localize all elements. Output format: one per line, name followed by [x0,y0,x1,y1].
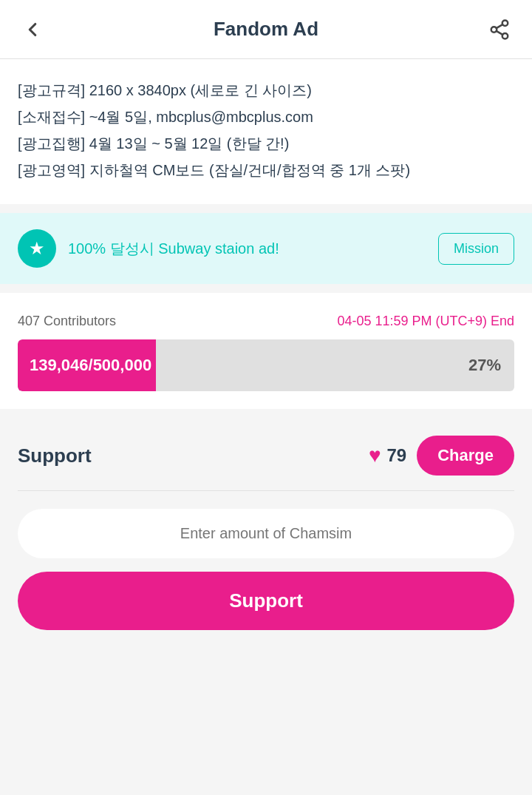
charge-button[interactable]: Charge [417,436,514,476]
mission-text: 100% 달성시 Subway staion ad! [68,239,426,259]
svg-line-3 [497,30,503,34]
contributors-label: 407 Contributors [18,314,116,329]
progress-bar: 139,046/500,000 27% [18,339,514,391]
ad-submission-line: [소재접수] ~4월 5일, mbcplus@mbcplus.com [18,104,514,130]
mission-icon: ★ [18,229,56,268]
ad-area-line: [광고영역] 지하철역 CM보드 (잠실/건대/합정역 중 1개 스팟) [18,157,514,183]
share-button[interactable] [485,15,514,44]
ad-size-line: [광고규격] 2160 x 3840px (세로로 긴 사이즈) [18,77,514,104]
svg-line-4 [497,24,503,28]
stats-header: 407 Contributors 04-05 11:59 PM (UTC+9) … [18,314,514,329]
support-label: Support [18,444,92,467]
ad-info-block: [광고규격] 2160 x 3840px (세로로 긴 사이즈) [소재접수] … [0,59,532,204]
mission-banner: ★ 100% 달성시 Subway staion ad! Mission [0,213,532,284]
back-button[interactable] [18,15,47,44]
support-submit-button[interactable]: Support [18,572,514,630]
stats-section: 407 Contributors 04-05 11:59 PM (UTC+9) … [0,293,532,409]
chamsim-input[interactable] [18,509,514,558]
header: Fandom Ad [0,0,532,59]
support-right: ♥ 79 Charge [369,436,514,476]
mission-button[interactable]: Mission [438,233,514,265]
support-section: Support ♥ 79 Charge Support [0,418,532,654]
heart-number: 79 [387,445,407,466]
end-date-label: 04-05 11:59 PM (UTC+9) End [337,314,514,329]
progress-percent: 27% [468,356,501,375]
ad-period-line: [광고집행] 4월 13일 ~ 5월 12일 (한달 간!) [18,130,514,157]
page-title: Fandom Ad [214,18,318,41]
support-header: Support ♥ 79 Charge [18,436,514,491]
progress-fill: 139,046/500,000 [18,339,156,391]
input-area: Support [18,509,514,630]
heart-count: ♥ 79 [369,444,406,467]
progress-amount: 139,046/500,000 [30,356,151,375]
heart-icon: ♥ [369,444,381,467]
